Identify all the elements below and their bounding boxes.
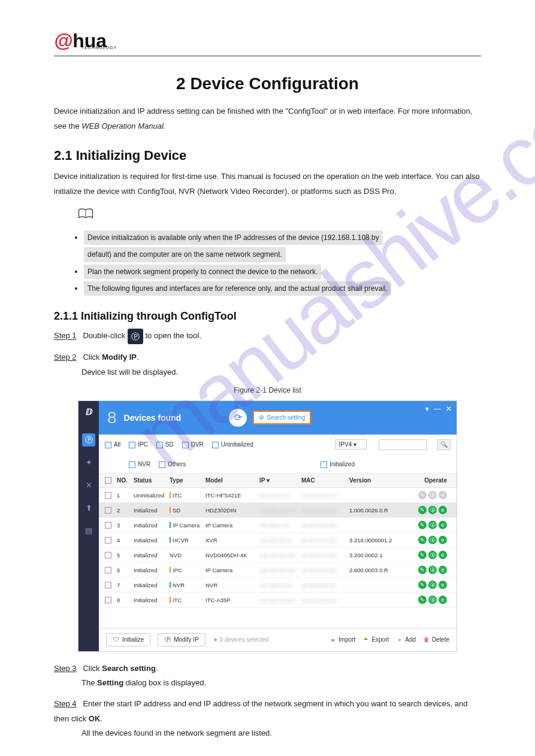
step-1-label: Step 1 [54,332,77,341]
window-close-icon[interactable]: ✕ [446,405,452,413]
filter-all[interactable]: All [105,441,120,448]
row-checkbox[interactable] [105,552,111,558]
detail-icon[interactable]: 🛈 [428,596,437,604]
row-checkbox[interactable] [105,597,111,603]
web-icon[interactable]: e [439,596,447,604]
step-2-link: Modify IP [102,353,137,362]
web-icon[interactable]: e [439,536,447,544]
edit-icon[interactable]: ✎ [418,491,427,499]
edit-icon[interactable]: ✎ [418,506,427,514]
row-checkbox[interactable] [105,582,111,588]
export-icon: 🞁 [362,636,370,643]
edit-icon[interactable]: ✎ [418,551,427,559]
step-3-pre2: The [81,678,95,687]
sidebar-modify-ip-icon[interactable]: Ⓟ [82,433,95,447]
sidebar-upgrade-icon[interactable]: ⬆ [82,502,95,515]
export-button[interactable]: 🞁Export [362,636,389,643]
row-checkbox[interactable] [105,567,111,573]
row-status: Initialized [134,507,170,514]
refresh-icon[interactable]: ⟳ [229,409,247,427]
web-icon[interactable]: e [439,506,447,514]
row-type: ITC [170,492,205,499]
step-3-link: Search setting [102,664,156,673]
row-operate: ✎🛈e [403,566,451,574]
add-button[interactable]: ＋Add [396,636,416,643]
step-2-label: Step 2 [54,353,77,362]
table-row[interactable]: 2InitializedSDHDZ302DINxxx.xxx.xxx.xxxx:… [99,503,457,518]
row-ip: xxx.xxx.xx.xxx [259,567,301,573]
col-version: Version [349,477,403,484]
table-row[interactable]: 6InitializedIPCIP Cameraxxx.xxx.xx.xxxxx… [99,563,457,578]
table-row[interactable]: 5InitializedNVDNVD0405DH-4Kxxx.xxx.xx.xx… [99,548,457,563]
search-input[interactable] [379,439,427,450]
modify-ip-button[interactable]: Ⓟ Modify IP [158,633,205,646]
detail-icon[interactable]: 🛈 [428,521,437,529]
detail-icon[interactable]: 🛈 [428,581,437,589]
page-document: @hua TECHNOLOGY 2 Device Configuration D… [0,0,535,756]
delete-button[interactable]: 🗑Delete [423,636,449,643]
row-ip: xxx.xxx.xx.xxx [259,552,301,558]
edit-icon[interactable]: ✎ [418,566,427,574]
note-block-header [78,208,481,222]
initialize-button[interactable]: 🛡 Initialize [106,633,150,646]
search-icon[interactable]: 🔍 [437,439,451,450]
import-button[interactable]: 🞃Import [330,636,355,643]
window-minimize-icon[interactable]: — [434,405,441,413]
filter-init[interactable]: Initialized [321,461,355,468]
gear-icon: ⚙ [259,414,264,421]
table-row[interactable]: 4InitializedHCVRXVRxxx.xxx.xx.xxxx:xx:xx… [99,533,457,548]
col-status: Status [134,477,170,484]
row-status: Initialized [134,522,170,529]
sidebar-system-settings-icon[interactable]: ✕ [82,479,95,492]
table-row[interactable]: 8InitializedITCITC-A35Pxxx.xxx.xx.xxxxx:… [99,593,457,608]
sidebar-config-icon[interactable]: ▤ [82,524,95,538]
web-icon[interactable]: e [439,521,447,529]
row-type: NVR [170,582,205,588]
filter-ipc[interactable]: IPC [129,441,148,448]
device-table-header: NO. Status Type Model IP ▾ MAC Version O… [99,473,457,488]
web-icon[interactable]: e [439,566,447,574]
search-setting-label: Search setting [267,414,305,421]
detail-icon[interactable]: 🛈 [428,506,437,514]
filter-nvr[interactable]: NVR [129,461,150,468]
ip-version-select[interactable]: IPV4 ▾ [335,439,367,450]
detail-icon[interactable]: 🛈 [428,566,437,574]
filter-uninit[interactable]: Uninitialized [212,441,253,448]
row-no: 8 [117,597,134,603]
filter-sd[interactable]: SD [156,441,174,448]
edit-icon[interactable]: ✎ [418,536,427,544]
table-row[interactable]: 3InitializedIP CameraIP Cameraxxx.xxx.x.… [99,518,457,533]
row-model: ITC-A35P [205,597,259,603]
select-all-checkbox[interactable] [105,477,111,484]
row-checkbox[interactable] [105,537,111,544]
row-model: ITC-HFS421E [205,492,259,499]
window-help-icon[interactable]: ▾ [425,405,429,413]
row-mac: xx:xx:xx:xx:xx [301,567,349,573]
row-checkbox[interactable] [105,507,111,514]
filter-others[interactable]: Others [159,461,186,468]
step-4-link: OK [89,714,101,723]
table-row[interactable]: 7InitializedNVRNVRxxx.xxx.xx.xxxx:xx:xx:… [99,578,457,593]
detail-icon[interactable]: 🛈 [428,551,437,559]
edit-icon[interactable]: ✎ [418,596,427,604]
col-ip[interactable]: IP ▾ [259,477,301,484]
sidebar-device-init-icon[interactable]: ✦ [82,456,95,469]
table-row[interactable]: 1UninitializedITCITC-HFS421Exxx.xxx.x.xx… [99,488,457,503]
row-status: Initialized [134,567,170,573]
web-icon[interactable]: e [439,491,447,499]
row-type: NVD [170,552,205,558]
web-icon[interactable]: e [439,581,447,589]
row-checkbox[interactable] [105,492,111,499]
bottom-toolbar: 🛡 Initialize Ⓟ Modify IP ★ 0 devices sel… [99,628,457,651]
detail-icon[interactable]: 🛈 [428,536,437,544]
web-icon[interactable]: e [439,551,447,559]
search-setting-button[interactable]: ⚙ Search setting [253,411,311,424]
edit-icon[interactable]: ✎ [418,521,427,529]
row-checkbox[interactable] [105,522,111,529]
filter-dvr[interactable]: DVR [182,441,204,448]
detail-icon[interactable]: 🛈 [428,491,437,499]
configtool-main: 8 Devices found ⟳ ⚙ Search setting ▾ — ✕… [99,401,457,651]
step-4-pre: Enter the start IP address and end IP ad… [54,699,467,723]
edit-icon[interactable]: ✎ [418,581,427,589]
row-version: 3.200.0002.1 [349,552,403,558]
